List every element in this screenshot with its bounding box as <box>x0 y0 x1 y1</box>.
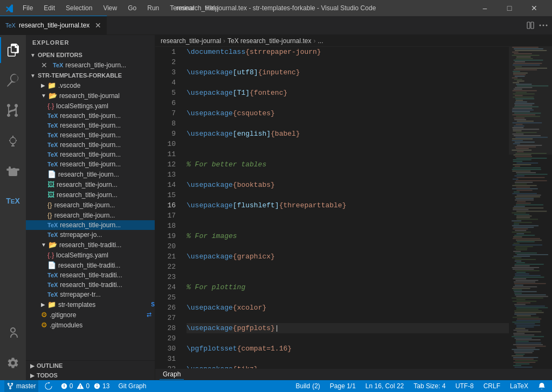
more-actions-icon[interactable] <box>539 21 548 30</box>
breadcrumb-part-2[interactable]: TeX research_title-journal.tex <box>227 37 311 45</box>
info-count: 13 <box>102 382 109 390</box>
vscode-logo-icon <box>5 4 14 12</box>
breadcrumb-part-1[interactable]: research_title-journal <box>161 37 221 45</box>
vscode-folder[interactable]: ▶ 📁 .vscode <box>26 80 155 90</box>
code-line: \usepackage{graphicx} <box>187 251 509 262</box>
active-tex-label: research_title-journ... <box>60 221 155 229</box>
minimize-button[interactable]: ‒ <box>472 0 497 16</box>
notifications-item[interactable] <box>536 380 548 392</box>
localsettings-yaml[interactable]: {.} localSettings.yaml <box>26 101 155 111</box>
menu-file[interactable]: File <box>18 3 37 13</box>
tex-icon-6: TeX <box>47 161 58 167</box>
line-number: 9 <box>155 129 176 139</box>
activity-accounts[interactable] <box>0 320 26 346</box>
traditi-tex2[interactable]: TeX research_title-traditi... <box>26 280 155 290</box>
explorer-section[interactable]: ▼ STR-TEMPLATES-FORKABLE <box>26 71 155 80</box>
close-editor-icon[interactable]: ✕ <box>41 61 47 69</box>
file-item-img2[interactable]: 🖼 research_title-journ... <box>26 190 155 200</box>
str-templates-folder-icon: 📁 <box>47 300 56 309</box>
sidebar-bottom-sections: ▶ OUTLINE ▶ TODOS <box>26 360 155 380</box>
outline-section[interactable]: ▶ OUTLINE <box>26 361 155 370</box>
errors-item[interactable]: 0 0 13 <box>59 380 112 392</box>
traditi-pdf[interactable]: 📄 research_title-traditi... <box>26 260 155 270</box>
traditi-pdf-label: research_title-traditi... <box>58 262 155 269</box>
minimap[interactable] <box>509 47 552 368</box>
gitignore-file[interactable]: ⚙ .gitignore ⇄ <box>26 310 155 320</box>
cursor-pos-item[interactable]: Ln 16, Col 22 <box>363 380 406 392</box>
activity-tex[interactable]: TEX <box>0 188 26 214</box>
line-number: 26 <box>155 303 176 313</box>
file-item-6[interactable]: TeX research_title-journ... <box>26 159 155 169</box>
warning-icon <box>77 383 84 389</box>
todos-section[interactable]: ▶ TODOS <box>26 370 155 380</box>
explorer-chevron: ▼ <box>30 73 36 79</box>
activity-search[interactable] <box>0 67 26 93</box>
active-tex-file[interactable]: TeX research_title-journ... <box>26 220 155 230</box>
file-item-img1[interactable]: 🖼 research_title-journ... <box>26 179 155 190</box>
traditi-tex1[interactable]: TeX research_title-traditi... <box>26 270 155 280</box>
file-item-json1[interactable]: {} research_title-journ... <box>26 200 155 210</box>
code-token: \usepackage <box>187 130 233 138</box>
research-journal-folder[interactable]: ▼ 📂 research_title-journal <box>26 90 155 101</box>
sync-status-item[interactable] <box>43 380 54 392</box>
file-item-5[interactable]: TeX research_title-journ... <box>26 150 155 159</box>
split-editor-icon[interactable] <box>526 21 535 30</box>
git-branch-icon <box>6 382 14 390</box>
status-right: Build (2) Page 1/1 Ln 16, Col 22 Tab Siz… <box>293 380 548 392</box>
activity-settings[interactable] <box>0 350 26 376</box>
menu-run[interactable]: Run <box>143 3 163 13</box>
traditi-localsettings[interactable]: {.} localSettings.yaml <box>26 250 155 260</box>
code-content[interactable]: \documentclass{strrepaper-journ} \usepac… <box>182 47 509 368</box>
menu-view[interactable]: View <box>99 3 121 13</box>
file-item-pdf[interactable]: 📄 research_title-journ... <box>26 169 155 179</box>
app: TeX research_title-journal.tex ✕ <box>0 16 552 392</box>
open-editor-item[interactable]: ✕ TeX research_title-journ... <box>26 60 155 71</box>
page-item[interactable]: Page 1/1 <box>328 380 358 392</box>
tab-bar: TeX research_title-journal.tex ✕ <box>0 16 552 35</box>
line-ending-item[interactable]: CRLF <box>481 380 502 392</box>
gitmodules-icon: ⚙ <box>41 321 47 329</box>
strrepaper-file[interactable]: TeX strrepaper-jo... <box>26 230 155 240</box>
tab-close-icon[interactable]: ✕ <box>95 21 101 30</box>
editor-tab-main[interactable]: TeX research_title-journal.tex ✕ <box>0 16 107 34</box>
research-journal-folder-label: research_title-journal <box>59 92 155 100</box>
menu-selection[interactable]: Selection <box>61 3 96 13</box>
outline-label: OUTLINE <box>37 362 63 369</box>
maximize-button[interactable]: □ <box>497 0 522 16</box>
file-item-2[interactable]: TeX research_title-journ... <box>26 121 155 130</box>
code-token: {inputenc} <box>258 68 300 76</box>
open-editors-section[interactable]: ▼ OPEN EDITORS <box>26 50 155 60</box>
activity-source-control[interactable] <box>0 97 26 123</box>
cursor-pos-label: Ln 16, Col 22 <box>365 382 404 390</box>
activity-explorer[interactable] <box>0 37 26 63</box>
graph-panel-tab[interactable]: Graph <box>160 369 184 380</box>
git-branch-label: master <box>16 382 36 390</box>
file-item-3[interactable]: TeX research_title-journ... <box>26 130 155 140</box>
gitmodules-file[interactable]: ⚙ .gitmodules <box>26 320 155 330</box>
build-item[interactable]: Build (2) <box>293 380 322 392</box>
git-graph-item[interactable]: Git Graph <box>116 380 148 392</box>
bottom-panel-tabs: Graph <box>155 368 552 380</box>
line-number: 11 <box>155 149 176 159</box>
warnings-count: 0 <box>86 382 89 390</box>
str-templates-folder[interactable]: ▶ 📁 str-templates S <box>26 299 155 310</box>
file-item-json2[interactable]: {} research_title-journ... <box>26 210 155 220</box>
tab-size-item[interactable]: Tab Size: 4 <box>411 380 447 392</box>
menu-edit[interactable]: Edit <box>39 3 59 13</box>
code-token: \usepackage <box>187 109 233 117</box>
code-editor[interactable]: 1 2 3 4 5 6 7 8 9 10 11 12 13 14 15 16 1… <box>155 47 509 368</box>
close-button[interactable]: ✕ <box>522 0 547 16</box>
git-branch-item[interactable]: master <box>4 380 38 392</box>
language-item[interactable]: LaTeX <box>508 380 530 392</box>
research-traditi-folder[interactable]: ▼ 📂 research_title-traditi... <box>26 240 155 250</box>
line-number: 3 <box>155 67 176 78</box>
activity-debug[interactable] <box>0 128 26 153</box>
traditi-strrepaper[interactable]: TeX strrepaper-tr... <box>26 290 155 299</box>
menu-go[interactable]: Go <box>123 3 141 13</box>
file-item-1[interactable]: TeX research_title-journ... <box>26 111 155 121</box>
file-label-json1: research_title-journ... <box>54 201 155 209</box>
encoding-item[interactable]: UTF-8 <box>453 380 476 392</box>
activity-extensions[interactable] <box>0 158 26 184</box>
explorer-label: STR-TEMPLATES-FORKABLE <box>38 72 122 79</box>
file-item-4[interactable]: TeX research_title-journ... <box>26 140 155 150</box>
